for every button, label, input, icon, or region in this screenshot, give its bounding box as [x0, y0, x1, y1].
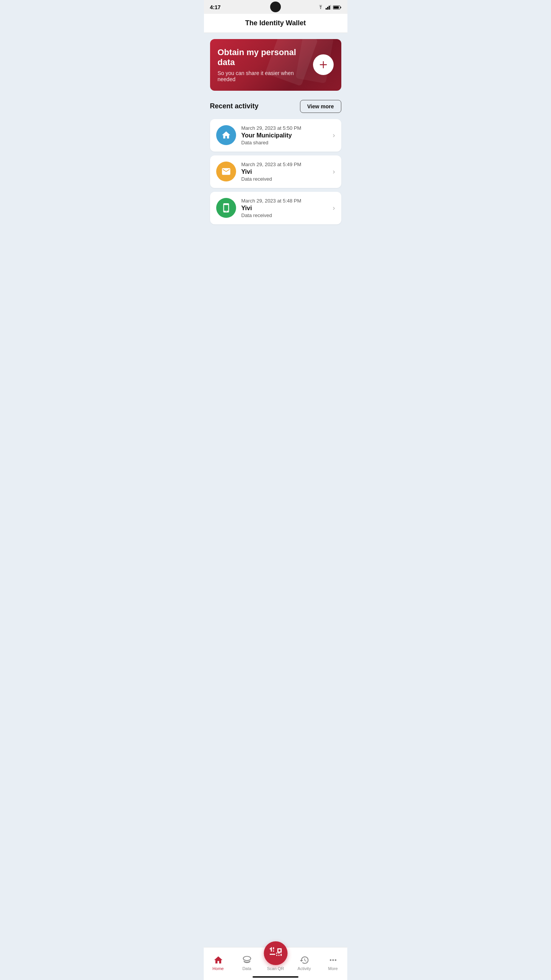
activity-info-yivi-2: March 29, 2023 at 5:48 PM Yivi Data rece… — [241, 198, 328, 218]
banner-title: Obtain my personal data — [218, 47, 307, 68]
section-title: Recent activity — [210, 102, 259, 110]
wifi-icon — [318, 5, 324, 10]
activity-item-municipality[interactable]: March 29, 2023 at 5:50 PM Your Municipal… — [210, 119, 341, 152]
activity-date-2: March 29, 2023 at 5:49 PM — [241, 162, 328, 167]
svg-rect-6 — [333, 6, 339, 8]
chevron-right-icon-1: › — [333, 131, 335, 139]
activity-action-2: Data received — [241, 176, 328, 182]
activity-icon-yivi-2 — [216, 198, 236, 218]
signal-icon — [326, 5, 331, 10]
plus-icon — [318, 59, 329, 70]
activity-icon-yivi-1 — [216, 162, 236, 181]
activity-icon-municipality — [216, 125, 236, 145]
activity-info-yivi-1: March 29, 2023 at 5:49 PM Yivi Data rece… — [241, 162, 328, 182]
battery-icon — [333, 5, 341, 10]
svg-rect-0 — [326, 8, 327, 10]
chevron-right-icon-2: › — [333, 168, 335, 176]
activity-action-3: Data received — [241, 212, 328, 218]
activity-date-3: March 29, 2023 at 5:48 PM — [241, 198, 328, 204]
smartphone-icon — [221, 203, 231, 213]
chevron-right-icon-3: › — [333, 204, 335, 212]
activity-info-municipality: March 29, 2023 at 5:50 PM Your Municipal… — [241, 125, 328, 145]
activity-item-yivi-2[interactable]: March 29, 2023 at 5:48 PM Yivi Data rece… — [210, 192, 341, 224]
recent-activity-section-header: Recent activity View more — [210, 100, 341, 113]
envelope-icon — [221, 167, 231, 176]
svg-rect-1 — [327, 7, 328, 10]
main-content: Obtain my personal data So you can share… — [204, 33, 347, 263]
activity-name-3: Yivi — [241, 205, 328, 212]
activity-item-yivi-1[interactable]: March 29, 2023 at 5:49 PM Yivi Data rece… — [210, 155, 341, 188]
banner-subtitle: So you can share it easier when needed — [218, 70, 307, 82]
activity-name-2: Yivi — [241, 168, 328, 175]
svg-rect-2 — [329, 6, 330, 10]
app-header: The Identity Wallet — [204, 14, 347, 33]
svg-rect-3 — [330, 5, 331, 10]
camera-notch — [270, 2, 281, 12]
home-building-icon — [221, 130, 231, 140]
obtain-data-banner[interactable]: Obtain my personal data So you can share… — [210, 39, 341, 91]
app-title: The Identity Wallet — [245, 19, 306, 27]
activity-list: March 29, 2023 at 5:50 PM Your Municipal… — [210, 119, 341, 224]
view-more-button[interactable]: View more — [300, 100, 341, 113]
status-time: 4:17 — [210, 4, 221, 10]
banner-text: Obtain my personal data So you can share… — [218, 47, 307, 82]
activity-name-1: Your Municipality — [241, 132, 328, 139]
status-icons — [318, 5, 341, 10]
activity-action-1: Data shared — [241, 140, 328, 145]
activity-date-1: March 29, 2023 at 5:50 PM — [241, 125, 328, 131]
obtain-data-button[interactable] — [313, 54, 334, 75]
svg-rect-5 — [340, 7, 341, 8]
